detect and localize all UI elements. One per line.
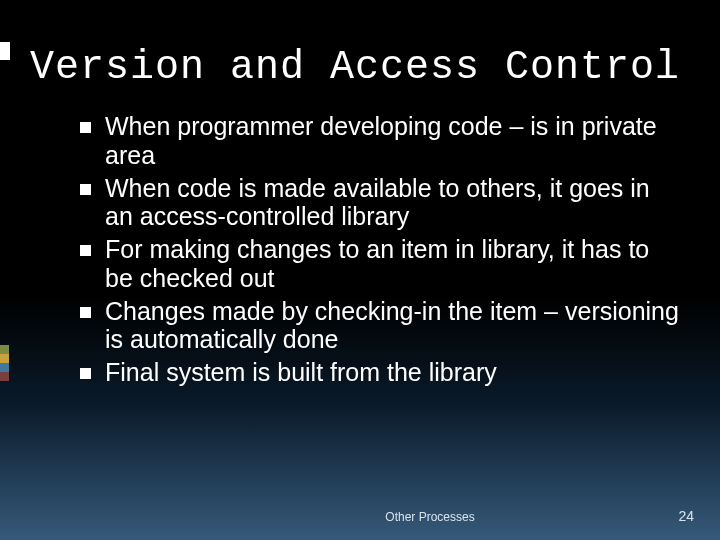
bullet-text: Final system is built from the library	[105, 358, 680, 387]
bullet-icon	[80, 122, 91, 133]
bullet-icon	[80, 245, 91, 256]
footer-label: Other Processes	[0, 510, 720, 524]
bullet-list: When programmer developing code – is in …	[80, 112, 680, 387]
bullet-icon	[80, 307, 91, 318]
list-item: Final system is built from the library	[80, 358, 680, 387]
left-decor-top	[0, 42, 10, 62]
bullet-icon	[80, 368, 91, 379]
bullet-text: For making changes to an item in library…	[105, 235, 680, 293]
slide-title: Version and Access Control	[0, 0, 720, 100]
bullet-text: When code is made available to others, i…	[105, 174, 680, 232]
list-item: For making changes to an item in library…	[80, 235, 680, 293]
list-item: Changes made by checking-in the item – v…	[80, 297, 680, 355]
left-decor-bottom	[0, 345, 9, 381]
bullet-text: Changes made by checking-in the item – v…	[105, 297, 680, 355]
bullet-text: When programmer developing code – is in …	[105, 112, 680, 170]
list-item: When programmer developing code – is in …	[80, 112, 680, 170]
slide: Version and Access Control When programm…	[0, 0, 720, 540]
content-area: When programmer developing code – is in …	[0, 100, 720, 387]
list-item: When code is made available to others, i…	[80, 174, 680, 232]
bullet-icon	[80, 184, 91, 195]
page-number: 24	[678, 508, 694, 524]
